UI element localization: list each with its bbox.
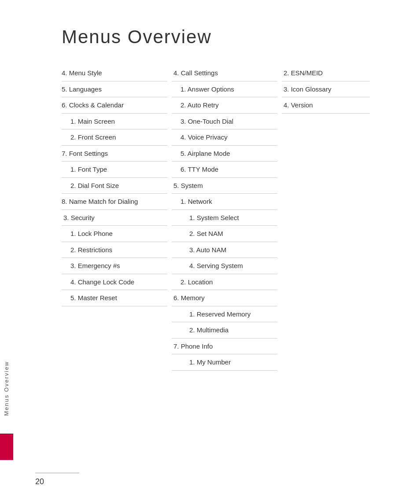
list-item: 2. Multimedia [172, 322, 277, 338]
list-item: 5. System [172, 178, 277, 194]
list-item: 1. Font Type [62, 162, 167, 178]
list-item: 6. Memory [172, 290, 277, 306]
list-item: 2. Auto Retry [172, 97, 277, 114]
page-container: Menus Overview Menus Overview 4. Menu St… [0, 0, 420, 504]
sidebar: Menus Overview [4, 361, 9, 416]
list-item: 3. Icon Glossary [282, 81, 370, 98]
list-item: 1. Lock Phone [62, 226, 167, 242]
list-item: 2. Set NAM [172, 226, 277, 242]
page-title: Menus Overview [62, 26, 385, 48]
list-item: 1. Answer Options [172, 81, 277, 98]
sidebar-red-bar [0, 434, 13, 460]
list-item: 2. Restrictions [62, 242, 167, 258]
list-item: 3. Security [62, 210, 167, 226]
list-item: 3. Auto NAM [172, 242, 277, 258]
list-item: 1. Network [172, 194, 277, 210]
list-item: 1. Main Screen [62, 114, 167, 130]
page-number: 20 [35, 477, 44, 486]
list-item: 4. Menu Style [62, 65, 167, 81]
column-1: 4. Menu Style5. Languages6. Clocks & Cal… [62, 65, 167, 371]
list-item: 1. System Select [172, 210, 277, 226]
list-item: 7. Phone Info [172, 338, 277, 355]
list-item: 2. ESN/MEID [282, 65, 370, 81]
list-item: 5. Languages [62, 81, 167, 98]
list-item: 4. Change Lock Code [62, 274, 167, 291]
column-3: 2. ESN/MEID3. Icon Glossary4. Version [282, 65, 370, 371]
list-item: 1. My Number [172, 354, 277, 371]
list-item: 4. Version [282, 97, 370, 114]
list-item: 4. Voice Privacy [172, 129, 277, 146]
list-item: 3. Emergency #s [62, 258, 167, 274]
list-item: 2. Front Screen [62, 129, 167, 146]
list-item: 5. Airplane Mode [172, 146, 277, 162]
list-item: 4. Call Settings [172, 65, 277, 81]
list-item: 8. Name Match for Dialing [62, 194, 167, 210]
list-item: 2. Location [172, 274, 277, 291]
list-item: 1. Reserved Memory [172, 306, 277, 323]
bottom-line [35, 473, 79, 473]
list-item: 7. Font Settings [62, 146, 167, 162]
list-item: 5. Master Reset [62, 290, 167, 306]
content-area: 4. Menu Style5. Languages6. Clocks & Cal… [62, 65, 385, 371]
list-item: 3. One-Touch Dial [172, 114, 277, 130]
list-item: 6. Clocks & Calendar [62, 97, 167, 114]
column-2: 4. Call Settings1. Answer Options2. Auto… [172, 65, 277, 371]
sidebar-label: Menus Overview [4, 361, 9, 416]
list-item: 2. Dial Font Size [62, 178, 167, 194]
list-item: 4. Serving System [172, 258, 277, 274]
list-item: 6. TTY Mode [172, 162, 277, 178]
